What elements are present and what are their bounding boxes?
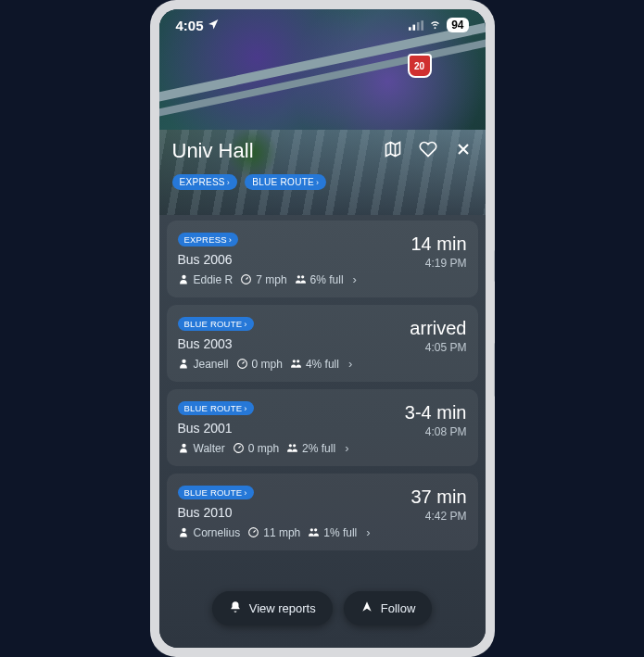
- chevron-right-icon[interactable]: ›: [345, 441, 348, 455]
- bell-icon: [229, 600, 242, 616]
- route-chip[interactable]: BLUE ROUTE›: [178, 486, 254, 499]
- signal-icon: [409, 18, 423, 33]
- svg-point-10: [293, 360, 296, 362]
- svg-rect-3: [421, 20, 423, 31]
- capacity-icon: [308, 526, 320, 538]
- svg-point-18: [310, 528, 313, 531]
- bus-card[interactable]: BLUE ROUTE› Bus 2003 Jeanell 0 mph 4% fu…: [167, 305, 478, 382]
- power-button[interactable]: [494, 343, 495, 397]
- driver-name: Walter: [194, 442, 225, 455]
- route-chip[interactable]: EXPRESS›: [178, 233, 239, 246]
- clock: 4:05: [176, 18, 204, 33]
- eta: 37 min: [410, 486, 466, 508]
- capacity: 1% full: [323, 526, 357, 539]
- battery-level: 94: [447, 18, 468, 32]
- driver-name: Cornelius: [194, 526, 241, 539]
- eta: arrived: [410, 318, 466, 339]
- chevron-right-icon[interactable]: ›: [366, 525, 370, 539]
- map-icon[interactable]: [384, 140, 402, 162]
- navigation-icon: [360, 600, 373, 616]
- svg-rect-0: [409, 27, 411, 31]
- capacity-icon: [286, 442, 298, 454]
- svg-point-15: [293, 444, 296, 447]
- svg-rect-1: [413, 24, 416, 30]
- speed-icon: [247, 526, 259, 538]
- speed: 0 mph: [252, 358, 283, 371]
- capacity: 4% full: [306, 358, 339, 371]
- eta: 14 min: [410, 234, 466, 255]
- capacity-icon: [295, 273, 307, 285]
- heart-icon[interactable]: [419, 140, 437, 162]
- chevron-right-icon[interactable]: ›: [348, 357, 352, 371]
- svg-point-8: [182, 360, 185, 363]
- view-reports-button[interactable]: View reports: [212, 591, 333, 625]
- capacity-icon: [290, 358, 302, 370]
- filter-chips: EXPRESS› BLUE ROUTE›: [172, 174, 473, 190]
- capacity: 2% full: [302, 442, 335, 455]
- bus-name: Bus 2010: [178, 505, 411, 520]
- svg-point-12: [182, 444, 185, 448]
- filter-chip-express[interactable]: EXPRESS›: [172, 174, 238, 190]
- route-chip[interactable]: BLUE ROUTE›: [178, 317, 254, 331]
- svg-point-19: [314, 528, 317, 531]
- eta: 3-4 min: [405, 402, 467, 423]
- speed-icon: [236, 358, 248, 370]
- bus-name: Bus 2006: [178, 252, 411, 267]
- bus-card[interactable]: EXPRESS› Bus 2006 Eddie R 7 mph 6% full …: [167, 221, 478, 297]
- map-area[interactable]: 20 4:05 94: [159, 9, 486, 130]
- eta-time: 4:19 PM: [410, 257, 466, 270]
- person-icon: [178, 273, 190, 285]
- stop-hero: Univ Hall EXPRESS›: [159, 130, 486, 215]
- bus-list[interactable]: EXPRESS› Bus 2006 Eddie R 7 mph 6% full …: [159, 215, 486, 648]
- volume-button[interactable]: [494, 250, 495, 282]
- svg-point-6: [297, 275, 299, 278]
- route-chip[interactable]: BLUE ROUTE›: [178, 401, 254, 415]
- phone-frame: 20 4:05 94: [150, 0, 495, 657]
- svg-point-7: [301, 275, 304, 278]
- bus-card[interactable]: BLUE ROUTE› Bus 2001 Walter 0 mph 2% ful…: [167, 389, 478, 466]
- wifi-icon: [428, 17, 442, 33]
- interstate-shield: 20: [408, 54, 432, 78]
- speed: 11 mph: [263, 526, 300, 539]
- eta-time: 4:42 PM: [410, 510, 466, 523]
- location-arrow-icon: [208, 18, 220, 33]
- speed: 7 mph: [256, 273, 286, 286]
- chevron-right-icon[interactable]: ›: [353, 272, 357, 286]
- person-icon: [178, 526, 190, 538]
- follow-button[interactable]: Follow: [344, 591, 433, 625]
- screen: 20 4:05 94: [159, 9, 486, 648]
- svg-rect-2: [417, 21, 420, 30]
- svg-point-11: [297, 360, 299, 362]
- speed-icon: [233, 442, 245, 454]
- bus-card[interactable]: BLUE ROUTE› Bus 2010 Cornelius 11 mph 1%…: [167, 474, 478, 550]
- svg-point-16: [182, 528, 185, 532]
- capacity: 6% full: [310, 273, 344, 286]
- bus-name: Bus 2003: [178, 336, 410, 351]
- speed: 0 mph: [248, 442, 279, 455]
- eta-time: 4:08 PM: [405, 425, 467, 438]
- driver-name: Jeanell: [194, 358, 229, 371]
- status-bar: 4:05 94: [159, 17, 486, 33]
- person-icon: [178, 358, 190, 370]
- eta-time: 4:05 PM: [410, 341, 466, 354]
- stop-title: Univ Hall: [172, 139, 254, 163]
- person-icon: [178, 442, 190, 454]
- svg-point-4: [182, 275, 185, 279]
- close-icon[interactable]: [454, 140, 473, 162]
- filter-chip-blue-route[interactable]: BLUE ROUTE›: [245, 174, 326, 190]
- speed-icon: [240, 273, 252, 285]
- driver-name: Eddie R: [194, 273, 234, 286]
- svg-point-14: [289, 444, 292, 447]
- bus-name: Bus 2001: [178, 421, 405, 436]
- bottom-actions: View reports Follow: [159, 591, 486, 625]
